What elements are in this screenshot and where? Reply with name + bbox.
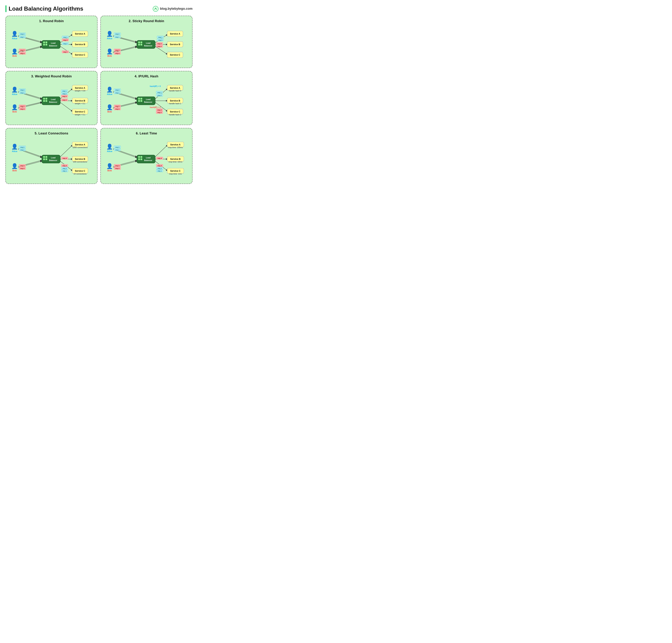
svg-text:Service A: Service A <box>75 143 85 146</box>
svg-text:req 1: req 1 <box>158 36 162 38</box>
svg-line-236 <box>155 145 168 157</box>
svg-text:Balancer: Balancer <box>49 159 57 161</box>
svg-text:req 3: req 3 <box>115 49 120 51</box>
svg-text:👤: 👤 <box>106 31 113 37</box>
svg-rect-62 <box>140 44 142 46</box>
svg-text:req 3: req 3 <box>157 43 161 45</box>
svg-text:resp time: 10ms: resp time: 10ms <box>169 161 182 163</box>
svg-text:Service B: Service B <box>170 158 181 160</box>
svg-text:👤: 👤 <box>106 48 113 55</box>
svg-text:Load: Load <box>146 42 150 44</box>
svg-rect-144 <box>138 98 140 99</box>
diagram-round-robin: 👤 Alice 👤 Bob req 2 req 1 req 3 req 4 <box>9 26 94 63</box>
svg-rect-99 <box>43 98 45 99</box>
brand: blog.bytebytego.com <box>153 6 193 12</box>
svg-text:hash(IP) = 0: hash(IP) = 0 <box>150 85 161 87</box>
svg-text:👤: 👤 <box>106 104 113 110</box>
panel-least-time: 6. Least Time 👤 Alice 👤 Bob req 2 req 1 … <box>100 128 193 184</box>
svg-text:req 2: req 2 <box>20 146 24 148</box>
svg-text:Alice: Alice <box>12 150 17 153</box>
page-title: Load Balancing Algorithms <box>5 5 83 12</box>
svg-text:weight = 0.1: weight = 0.1 <box>75 102 85 105</box>
svg-rect-22 <box>46 44 47 46</box>
svg-text:Service B: Service B <box>75 43 85 46</box>
svg-text:Balancer: Balancer <box>144 101 152 103</box>
diagram-ip-url-hash: 👤 Alice 👤 Bob req 2 req 1 req 3 req 4 ha… <box>105 81 188 120</box>
svg-text:req 3: req 3 <box>20 105 24 107</box>
svg-rect-189 <box>46 156 47 158</box>
svg-text:Alice: Alice <box>12 37 17 40</box>
svg-text:req 1: req 1 <box>115 92 120 94</box>
svg-text:👤: 👤 <box>11 143 18 150</box>
svg-text:Service C: Service C <box>170 53 180 56</box>
page-header: Load Balancing Algorithms blog.bytebyteg… <box>5 5 193 12</box>
svg-text:req 4: req 4 <box>115 108 120 110</box>
svg-text:req 2: req 2 <box>62 167 67 169</box>
svg-text:req 4: req 4 <box>157 109 161 111</box>
svg-text:req 1: req 1 <box>63 36 68 38</box>
svg-rect-232 <box>140 156 142 158</box>
svg-text:Load: Load <box>51 42 56 44</box>
svg-text:Service A: Service A <box>75 87 85 89</box>
svg-text:👤: 👤 <box>11 104 18 110</box>
svg-text:req 1: req 1 <box>62 170 67 172</box>
svg-text:weight = 0.8: weight = 0.8 <box>75 89 85 92</box>
brand-icon <box>153 6 159 12</box>
panel-title-2: 2. Sticky Round Robin <box>105 19 188 23</box>
svg-text:Service A: Service A <box>75 33 85 35</box>
svg-rect-100 <box>43 100 45 102</box>
svg-text:req 3: req 3 <box>157 165 162 167</box>
svg-rect-21 <box>46 41 47 43</box>
svg-rect-19 <box>43 41 45 43</box>
svg-line-193 <box>60 145 73 157</box>
svg-text:Alice: Alice <box>107 93 112 96</box>
panel-title-1: 1. Round Robin <box>9 19 94 23</box>
svg-text:req 2: req 2 <box>63 43 68 45</box>
svg-text:Service B: Service B <box>170 43 180 46</box>
svg-text:req 2: req 2 <box>115 146 120 148</box>
svg-text:Service C: Service C <box>75 110 85 113</box>
svg-text:👤: 👤 <box>11 31 18 37</box>
panel-title-4: 4. IP/URL Hash <box>105 74 188 78</box>
svg-text:👤: 👤 <box>11 163 18 169</box>
svg-rect-61 <box>140 41 142 43</box>
svg-line-25 <box>60 34 73 43</box>
panel-round-robin: 1. Round Robin 👤 Alice 👤 Bob req 2 req 1… <box>5 16 98 68</box>
svg-text:req 2: req 2 <box>115 33 120 35</box>
svg-text:Alice: Alice <box>12 93 17 96</box>
svg-text:req 2: req 2 <box>157 94 161 96</box>
svg-text:req 1: req 1 <box>115 36 120 38</box>
svg-text:req 4: req 4 <box>20 108 24 110</box>
svg-rect-60 <box>138 44 140 46</box>
svg-text:resp time: 100ms: resp time: 100ms <box>168 146 183 148</box>
svg-text:Service C: Service C <box>75 170 85 172</box>
svg-text:Service A: Service A <box>170 143 181 146</box>
svg-text:Bob: Bob <box>107 169 112 172</box>
svg-rect-59 <box>138 41 140 43</box>
svg-text:Service C: Service C <box>170 170 181 172</box>
svg-text:1000 connections: 1000 connections <box>73 146 88 148</box>
svg-text:handle hash 0: handle hash 0 <box>169 89 181 92</box>
svg-text:weight = 0.1: weight = 0.1 <box>75 113 85 116</box>
svg-text:req 3: req 3 <box>20 49 24 51</box>
svg-text:req 2: req 2 <box>157 167 162 169</box>
svg-text:Bob: Bob <box>107 110 112 113</box>
svg-text:req 3: req 3 <box>62 95 66 97</box>
svg-text:req 2: req 2 <box>62 93 66 95</box>
svg-text:req 4: req 4 <box>115 168 120 170</box>
panel-weighted-round-robin: 3. Weighted Round Robin 👤 Alice 👤 Bob re… <box>5 71 98 125</box>
svg-rect-102 <box>46 100 47 102</box>
svg-line-150 <box>155 89 168 99</box>
svg-rect-230 <box>138 156 140 158</box>
svg-text:req 1: req 1 <box>20 92 24 94</box>
svg-text:handle hash 1: handle hash 1 <box>169 102 181 105</box>
svg-text:req 4: req 4 <box>62 157 67 159</box>
svg-text:Service B: Service B <box>75 99 85 102</box>
svg-text:Service A: Service A <box>170 87 180 89</box>
svg-text:Load: Load <box>146 157 150 159</box>
svg-text:10 connections: 10 connections <box>74 173 87 175</box>
svg-text:req 4: req 4 <box>157 157 162 159</box>
svg-rect-233 <box>140 158 142 160</box>
svg-text:Load: Load <box>146 98 150 100</box>
svg-text:req 3: req 3 <box>115 105 120 107</box>
